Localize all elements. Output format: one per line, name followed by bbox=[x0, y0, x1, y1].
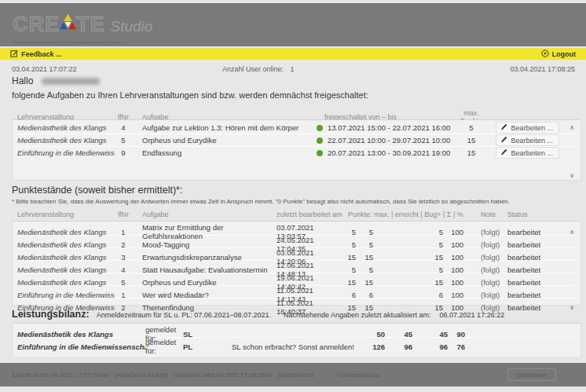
table-row: Einführung in die Medienwissenschaft II … bbox=[17, 338, 576, 355]
logo-text-cre: CRE bbox=[13, 14, 60, 35]
points-max: 15 bbox=[343, 278, 356, 287]
grade-note: (folgt) bbox=[481, 253, 504, 262]
upcoming-table-panel: Medienästhetik des Klangs 4 Aufgabe zur … bbox=[12, 119, 581, 181]
table-row: Medienästhetik des Klangs 4 Statt Hausau… bbox=[17, 261, 576, 273]
task-number: 2 bbox=[115, 240, 132, 249]
points-percent: 100 bbox=[443, 291, 463, 299]
bearbeiten-button[interactable]: Bearbeiten ... bbox=[496, 147, 559, 159]
grade-note: (folgt) bbox=[481, 240, 504, 249]
points-sum: 45 bbox=[412, 330, 448, 339]
task-number: 5 bbox=[115, 278, 132, 287]
task-title: Matrix zur Ermittlung der Gefühlsreaktio… bbox=[132, 223, 277, 240]
points-max: 5 bbox=[343, 240, 356, 249]
logo-text-te: TE bbox=[76, 14, 105, 35]
green-dot-icon bbox=[317, 150, 323, 156]
course-name: Medienästhetik des Klangs bbox=[17, 240, 115, 249]
chevron-down-icon[interactable]: ∨ bbox=[562, 304, 576, 311]
course-name: Medienästhetik des Klangs bbox=[17, 330, 145, 339]
max-points-value: 15 bbox=[456, 148, 487, 157]
course-name: Medienästhetik des Klangs bbox=[17, 266, 115, 274]
course-name: Medienästhetik des Klangs bbox=[17, 123, 115, 132]
status-value: bearbeitet bbox=[507, 266, 562, 274]
feedback-link-label: Feedback ... bbox=[21, 50, 62, 58]
grade-note: (folgt) bbox=[481, 278, 504, 287]
modified-label: Geändert am bbox=[174, 372, 211, 379]
points-reached: 45 bbox=[385, 330, 412, 339]
table-row: Einführung in die Medienwissenschaft 9 E… bbox=[17, 147, 576, 159]
feedback-link[interactable]: Feedback ... bbox=[10, 49, 62, 59]
logo-text-studio: Studio bbox=[111, 18, 153, 35]
bearbeiten-button-label: Bearbeiten ... bbox=[511, 124, 553, 132]
task-number: 3 bbox=[115, 253, 132, 262]
app-window: CRE TE Studio Plattform für medienbasier… bbox=[0, 0, 586, 392]
created-timestamp: 03.04.2021 17:07:14 bbox=[42, 372, 99, 379]
disclaimer-button[interactable]: Disclaimer bbox=[507, 368, 556, 381]
points-percent: 100 bbox=[443, 253, 463, 262]
course-name: Medienästhetik des Klangs bbox=[17, 136, 115, 145]
col-header-note: Note bbox=[481, 211, 504, 218]
users-online-count: 1 bbox=[291, 65, 295, 73]
pen-icon bbox=[500, 148, 507, 157]
status-value: bearbeitet bbox=[507, 291, 562, 299]
modified-timestamp: 03.04.2021 17:08:25 bbox=[207, 372, 265, 379]
status-row: 03.04.2021 17:07:22 Anzahl User online: … bbox=[0, 65, 586, 75]
balance-updated-timestamp: 06.07.2021 17:26:22 bbox=[440, 311, 505, 319]
scores-section-title: Punktestände (soweit bisher ermittelt)*: bbox=[12, 185, 182, 196]
points-percent: 100 bbox=[443, 266, 463, 274]
hello-label: Hallo bbox=[12, 75, 33, 86]
scores-footnote: * Bitte beachten Sie, dass die Auswertun… bbox=[12, 198, 510, 205]
bearbeiten-button[interactable]: Bearbeiten ... bbox=[496, 134, 559, 146]
task-title: Endfassung bbox=[132, 148, 305, 157]
app-footer: Erstellt am 03.04.2021 17:07:14 von [Web… bbox=[0, 363, 586, 387]
task-title: Mood-Tagging bbox=[132, 240, 277, 249]
table-row: Medienästhetik des Klangs gemeldet für: … bbox=[17, 325, 576, 338]
users-online: Anzahl User online: 1 bbox=[222, 65, 295, 73]
greeting-line: Hallo bbox=[12, 75, 100, 86]
registration-hint: SL schon erbracht? Sonst anmelden! bbox=[232, 343, 365, 351]
points-reached: 5 bbox=[356, 266, 373, 274]
task-number: 1 bbox=[115, 228, 132, 236]
logout-link[interactable]: Logout bbox=[541, 49, 577, 59]
col-header-zuletzt-bearbeitet: zuletzt bearbeitet am bbox=[277, 211, 343, 218]
chevron-down-icon[interactable]: ∨ bbox=[570, 172, 574, 179]
green-dot-icon bbox=[317, 137, 323, 144]
course-name: Medienästhetik des Klangs bbox=[17, 278, 115, 287]
col-header-punkte: Punkte: max. | erreicht | Bug+ | Σ | % bbox=[343, 211, 463, 218]
content-source-label: ContentSource: bbox=[338, 372, 382, 379]
points-percent: 100 bbox=[443, 228, 463, 236]
logo-tagline: Plattform für medienbasierte Lehre, Fors… bbox=[14, 40, 122, 44]
chevron-up-icon[interactable]: ∧ bbox=[562, 229, 576, 236]
logout-link-label: Logout bbox=[552, 50, 577, 58]
grade-note: (folgt) bbox=[481, 266, 504, 274]
feedback-bar: Feedback ... Logout bbox=[0, 48, 586, 60]
points-sum: 96 bbox=[412, 343, 448, 351]
points-sum: 15 bbox=[405, 253, 443, 262]
task-number: 5 bbox=[115, 136, 132, 145]
col-header-lfnr: lfNr bbox=[115, 211, 132, 218]
points-reached: 15 bbox=[356, 253, 373, 262]
bearbeiten-button[interactable]: Bearbeiten ... bbox=[496, 122, 559, 134]
task-title: Aufgabe zur Lektion 1.3: Hören mit dem K… bbox=[132, 123, 305, 132]
points-max: 6 bbox=[343, 291, 356, 299]
balance-updated-label: Nachstehende Angaben zuletzt aktualisier… bbox=[284, 311, 431, 319]
created-label: Erstellt am bbox=[12, 372, 42, 379]
course-name: Einführung in die Medienwissenschaft II bbox=[17, 343, 145, 351]
table-row: Einführung in die Medienwissenschaft 1 W… bbox=[17, 286, 576, 299]
points-sum: 6 bbox=[405, 291, 443, 299]
green-dot-icon bbox=[317, 125, 323, 131]
modified-by-label: von bbox=[262, 372, 273, 379]
circle-x-icon bbox=[541, 49, 549, 59]
points-sum: 5 bbox=[405, 228, 443, 236]
chevron-up-icon[interactable]: ∧ bbox=[559, 124, 576, 131]
points-reached: 96 bbox=[385, 343, 412, 351]
bearbeiten-button-label: Bearbeiten ... bbox=[511, 149, 553, 157]
availability-dates: 13.07.2021 15:00 - 22.07.2021 16:00 bbox=[328, 123, 450, 132]
intro-text: folgende Aufgaben zu Ihren Lehrveranstal… bbox=[12, 90, 368, 100]
table-row: Medienästhetik des Klangs 3 Erwartungsdi… bbox=[17, 248, 576, 261]
balance-subtitle: Anmeldezeitraum für SL u. PL: 07.06.2021… bbox=[97, 311, 271, 319]
course-name: Einführung in die Medienwissenschaft bbox=[17, 148, 115, 157]
max-points-value: 15 bbox=[456, 136, 487, 145]
last-update-timestamp: 03.04.2021 17:08:25 bbox=[510, 65, 575, 73]
col-header-aufgabe: Aufgabe bbox=[132, 211, 277, 218]
points-percent: 76 bbox=[448, 343, 465, 351]
